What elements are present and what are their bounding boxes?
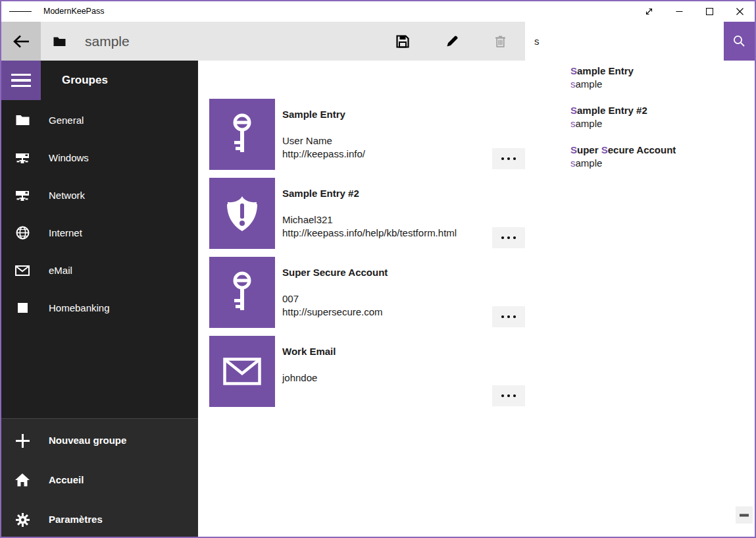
- entry-more-button[interactable]: [492, 148, 525, 169]
- window-title: ModernKeePass: [43, 1, 104, 22]
- sidebar: Groupes General Windows: [1, 61, 198, 537]
- entry-title[interactable]: Super Secure Account: [282, 265, 388, 280]
- app-window: ModernKeePass: [0, 0, 756, 538]
- suggestion-subtitle: sample: [570, 117, 755, 130]
- gear-icon: [13, 500, 32, 538]
- search-query-text: s: [534, 22, 540, 61]
- search-icon: [733, 35, 745, 47]
- square-icon: [13, 289, 32, 327]
- window-controls: [634, 1, 755, 22]
- search-suggestions-popup: Sample Entry sample Sample Entry #2 samp…: [525, 61, 755, 180]
- shield-icon: [224, 194, 260, 232]
- minus-icon: [740, 514, 749, 517]
- sidebar-item-windows[interactable]: Windows: [1, 139, 198, 176]
- entry-tile-work-email[interactable]: [209, 336, 275, 407]
- entry-username: johndoe: [282, 371, 317, 385]
- sidebar-item-label: Network: [49, 176, 85, 214]
- network-icon: [13, 176, 32, 214]
- edit-button[interactable]: [436, 22, 468, 61]
- groups-header: Groupes: [62, 61, 108, 100]
- entry-tile-sample-entry[interactable]: [209, 99, 275, 170]
- sidebar-item-internet[interactable]: Internet: [1, 214, 198, 252]
- entry-more-button[interactable]: [492, 385, 525, 406]
- database-title: sample: [85, 22, 130, 61]
- trash-icon: [495, 35, 506, 47]
- entry-meta: johndoe: [282, 371, 317, 385]
- folder-icon: [13, 101, 32, 139]
- home-button[interactable]: Accueil: [1, 460, 198, 500]
- key-icon: [227, 271, 257, 313]
- globe-icon: [13, 214, 32, 252]
- settings-button[interactable]: Paramètres: [1, 500, 198, 538]
- entry-tile-super-secure-account[interactable]: [209, 257, 275, 328]
- entry-tile-sample-entry-2[interactable]: [209, 178, 275, 249]
- plus-icon: [13, 421, 32, 460]
- entry-more-button[interactable]: [492, 227, 525, 248]
- back-arrow-icon: [13, 34, 30, 49]
- maximize-button[interactable]: [694, 1, 724, 22]
- entry-meta: Michael321 http://keepass.info/help/kb/t…: [282, 213, 457, 240]
- new-group-button[interactable]: Nouveau groupe: [1, 421, 198, 460]
- nav-hamburger-button[interactable]: [1, 61, 41, 100]
- mail-icon: [13, 252, 32, 289]
- more-dots-icon: [501, 315, 516, 318]
- entry-url: http://supersecure.com: [282, 306, 383, 319]
- pencil-icon: [446, 35, 459, 47]
- sidebar-item-label: Homebanking: [49, 289, 110, 327]
- search-button[interactable]: [724, 22, 755, 61]
- action-label: Nouveau groupe: [49, 421, 126, 460]
- sidebar-actions: Nouveau groupe Accueil: [1, 418, 198, 537]
- delete-button[interactable]: [484, 22, 516, 61]
- sidebar-item-label: Internet: [49, 214, 82, 252]
- entry-title[interactable]: Sample Entry: [282, 107, 345, 122]
- minimize-button[interactable]: [664, 1, 694, 22]
- sidebar-item-network[interactable]: Network: [1, 176, 198, 214]
- save-button[interactable]: [387, 22, 418, 61]
- sidebar-item-label: Windows: [49, 139, 89, 176]
- search-input[interactable]: s: [525, 22, 724, 61]
- fullscreen-icon: [645, 7, 653, 16]
- suggestion-title: Sample Entry #2: [570, 104, 755, 117]
- database-folder-icon: [51, 22, 67, 61]
- fullscreen-button[interactable]: [634, 1, 664, 22]
- appbar: sample: [1, 22, 755, 61]
- suggestion-subtitle: sample: [570, 78, 755, 91]
- action-label: Accueil: [49, 460, 84, 500]
- network-icon: [13, 139, 32, 176]
- save-icon: [396, 35, 409, 48]
- entry-title[interactable]: Sample Entry #2: [282, 186, 359, 201]
- close-icon: [736, 8, 743, 15]
- home-icon: [13, 460, 32, 500]
- entry-url: http://keepass.info/: [282, 148, 365, 161]
- entry-more-button[interactable]: [492, 306, 525, 327]
- more-dots-icon: [501, 157, 516, 160]
- entry-username: 007: [282, 292, 383, 306]
- search-suggestion[interactable]: Super Secure Account sample: [525, 144, 755, 180]
- entry-title[interactable]: Work Email: [282, 344, 336, 359]
- entry-username: Michael321: [282, 213, 457, 227]
- zoom-out-button[interactable]: [736, 506, 753, 524]
- suggestion-title: Super Secure Account: [570, 144, 755, 157]
- entry-meta: 007 http://supersecure.com: [282, 292, 383, 319]
- key-icon: [227, 113, 257, 155]
- hamburger-menu-icon[interactable]: [9, 1, 32, 22]
- minimize-icon: [676, 8, 683, 15]
- mail-icon: [223, 358, 261, 385]
- close-button[interactable]: [724, 1, 755, 22]
- sidebar-item-label: eMail: [49, 252, 72, 289]
- sidebar-item-general[interactable]: General: [1, 101, 198, 139]
- entry-meta: User Name http://keepass.info/: [282, 134, 365, 161]
- maximize-icon: [706, 8, 713, 15]
- more-dots-icon: [501, 394, 516, 397]
- back-button[interactable]: [1, 22, 41, 61]
- more-dots-icon: [501, 236, 516, 239]
- search-suggestion[interactable]: Sample Entry sample: [525, 65, 755, 101]
- sidebar-item-homebanking[interactable]: Homebanking: [1, 289, 198, 327]
- sidebar-item-email[interactable]: eMail: [1, 252, 198, 289]
- sidebar-item-label: General: [49, 101, 84, 139]
- suggestion-subtitle: sample: [570, 157, 755, 170]
- search-suggestion[interactable]: Sample Entry #2 sample: [525, 104, 755, 141]
- action-label: Paramètres: [49, 500, 103, 538]
- suggestion-title: Sample Entry: [570, 65, 755, 78]
- entry-username: User Name: [282, 134, 365, 148]
